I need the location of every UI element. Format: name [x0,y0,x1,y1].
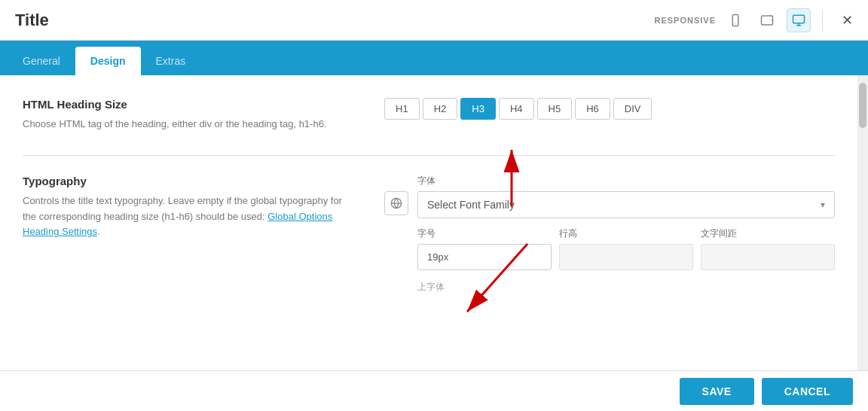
line-height-wrap: 行高 [559,227,693,270]
cancel-button[interactable]: CANCEL [762,378,853,405]
typography-section-desc: Controls the title text typography. Leav… [23,193,354,240]
save-button[interactable]: SAVE [680,378,754,405]
font-size-wrap: 字号 [417,227,552,270]
tab-general[interactable]: General [8,47,75,75]
tab-extras[interactable]: Extras [141,47,201,75]
font-controls: 字体 Select Font Family ▾ 字号 [417,175,835,270]
globe-icon-button[interactable] [384,191,408,215]
typography-section-title: Typography [23,175,354,187]
responsive-label: RESPONSIVE [654,16,716,25]
heading-buttons-container: H1 H2 H3 H4 H5 H6 DIV [384,98,835,120]
heading-buttons-group: H1 H2 H3 H4 H5 H6 DIV [384,98,835,120]
font-family-placeholder: Select Font Family [427,199,515,211]
mobile-view-button[interactable] [723,8,747,32]
heading-btn-h1[interactable]: H1 [384,98,420,120]
font-size-label: 字号 [417,227,552,240]
title-bar-controls: RESPONSIVE ✕ [654,8,853,32]
heading-btn-h3[interactable]: H3 [460,98,496,120]
typography-section: Typography Controls the title text typog… [23,175,835,294]
heading-description: HTML Heading Size Choose HTML tag of the… [23,98,354,132]
heading-section-desc: Choose HTML tag of the heading, either d… [23,117,354,132]
dialog-title: Title [15,11,49,30]
svg-rect-4 [793,15,805,23]
typography-row: Typography Controls the title text typog… [23,175,835,294]
typography-description: Typography Controls the title text typog… [23,175,354,240]
font-family-group: 字体 Select Font Family ▾ [417,175,835,218]
tablet-view-button[interactable] [755,8,779,32]
html-heading-section: HTML Heading Size Choose HTML tag of the… [23,98,835,132]
desktop-view-button[interactable] [787,8,811,32]
heading-row: HTML Heading Size Choose HTML tag of the… [23,98,835,132]
chevron-down-icon: ▾ [821,199,825,210]
heading-btn-h5[interactable]: H5 [537,98,573,120]
letter-spacing-label: 文字间距 [701,227,835,240]
close-button[interactable]: ✕ [842,12,853,29]
heading-btn-h2[interactable]: H2 [423,98,458,120]
globe-row: 字体 Select Font Family ▾ 字号 [384,175,835,270]
divider [822,9,823,32]
content-area: HTML Heading Size Choose HTML tag of the… [0,75,857,370]
title-bar: Title RESPONSIVE ✕ [0,0,868,41]
font-size-input[interactable] [417,244,552,270]
tab-bar: General Design Extras [0,41,868,75]
scrollbar-thumb[interactable] [859,83,866,128]
font-family-label: 字体 [417,175,835,187]
heading-section-title: HTML Heading Size [23,98,354,111]
line-height-label: 行高 [559,227,693,240]
partial-font-label: 上字体 [417,282,445,292]
typography-controls-container: 字体 Select Font Family ▾ 字号 [384,175,835,294]
tab-design[interactable]: Design [75,47,141,75]
footer-bar: SAVE CANCEL [0,370,868,411]
section-divider [23,155,835,156]
line-height-input[interactable] [559,244,693,270]
svg-rect-2 [762,16,773,25]
size-inputs-group: 字号 行高 文字间距 [417,227,835,270]
heading-btn-h6[interactable]: H6 [575,98,610,120]
letter-spacing-input[interactable] [701,244,835,270]
scrollbar-track[interactable] [857,75,868,370]
letter-spacing-wrap: 文字间距 [701,227,835,270]
font-family-select[interactable]: Select Font Family ▾ [417,191,835,218]
main-content: HTML Heading Size Choose HTML tag of the… [0,75,868,370]
svg-rect-0 [732,14,738,26]
heading-btn-div[interactable]: DIV [613,98,653,120]
heading-btn-h4[interactable]: H4 [499,98,534,120]
